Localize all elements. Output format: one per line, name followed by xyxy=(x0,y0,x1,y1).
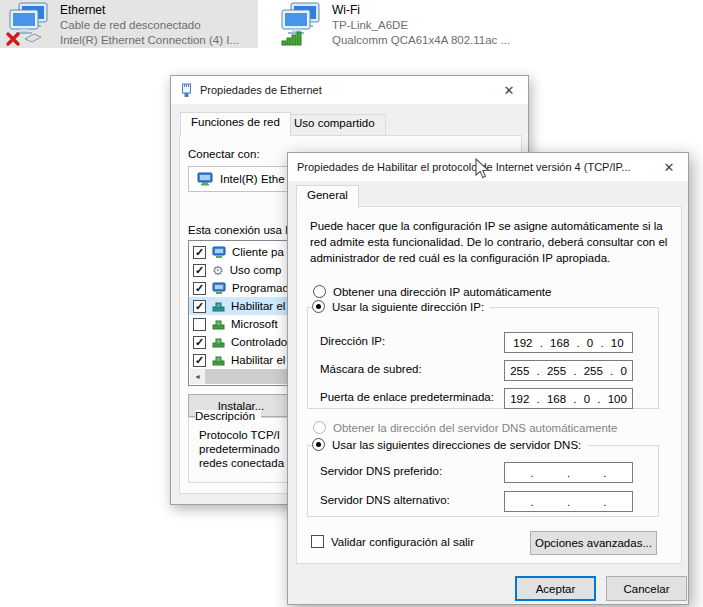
checkbox[interactable]: ✓ xyxy=(193,336,206,349)
tab-label: Uso compartido xyxy=(294,117,375,129)
radio-label: Usar la siguiente dirección IP: xyxy=(332,301,484,313)
field-value: . . . xyxy=(531,467,607,479)
network-adapter-wifi[interactable]: Wi-Fi TP-Link_A6DE Qualcomm QCA61x4A 802… xyxy=(272,0,534,48)
radio-use-ip[interactable]: Usar la siguiente dirección IP: xyxy=(312,300,490,313)
radio-label: Usar las siguientes direcciones de servi… xyxy=(332,439,581,451)
intro-line: red admite esta funcionalidad. De lo con… xyxy=(310,234,667,250)
adapter-name: Ethernet xyxy=(60,3,239,18)
item-label: Controlado xyxy=(231,336,287,348)
adapter-status: Cable de red desconectado xyxy=(60,18,239,33)
radio-use-dns[interactable]: Usar las siguientes direcciones de servi… xyxy=(312,438,587,451)
item-label: Habilitar el xyxy=(231,300,285,312)
preferred-dns-field[interactable]: . . . xyxy=(504,462,633,483)
network-adapter-ethernet[interactable]: Ethernet Cable de red desconectado Intel… xyxy=(0,0,258,48)
subnet-mask-field[interactable]: 255 . 255 . 255 . 0 xyxy=(504,360,633,381)
tcpip-properties-dialog: Propiedades de Habilitar el protocolo de… xyxy=(287,152,689,605)
protocol-icon xyxy=(212,318,225,330)
tcpip-dialog-titlebar: Propiedades de Habilitar el protocolo de… xyxy=(288,153,688,181)
close-icon[interactable]: ✕ xyxy=(490,76,528,104)
radio-icon[interactable] xyxy=(312,438,325,451)
dialog-title: Propiedades de Ethernet xyxy=(200,84,322,96)
dialog-title: Propiedades de Habilitar el protocolo de… xyxy=(297,161,631,173)
connection-uses-label: Esta conexión usa l xyxy=(188,224,288,236)
advanced-options-button[interactable]: Opciones avanzadas... xyxy=(530,531,657,555)
adapter-device: Qualcomm QCA61x4A 802.11ac ... xyxy=(332,33,510,48)
protocol-icon xyxy=(212,336,225,348)
monitor-icon xyxy=(212,246,226,259)
tab-funciones-de-red[interactable]: Funciones de red xyxy=(180,112,291,136)
connect-with-label: Conectar con: xyxy=(188,148,260,160)
alternate-dns-label: Servidor DNS alternativo: xyxy=(320,494,450,506)
field-value: 255 . 255 . 255 . 0 xyxy=(510,365,627,377)
tab-label: General xyxy=(307,189,348,201)
preferred-dns-label: Servidor DNS preferido: xyxy=(320,465,442,477)
tab-general[interactable]: General xyxy=(296,185,359,208)
adapter-status: TP-Link_A6DE xyxy=(332,18,510,33)
radio-icon[interactable] xyxy=(313,285,326,298)
intro-line: administrador de red cuál es la configur… xyxy=(310,250,667,266)
checkbox-label: Validar configuración al salir xyxy=(331,536,474,548)
tab-uso-compartido[interactable]: Uso compartido xyxy=(283,114,386,136)
item-label: Habilitar el xyxy=(231,354,285,366)
adapter-device: Intel(R) Ethernet Connection (4) I... xyxy=(60,33,239,48)
checkbox[interactable]: ✓ xyxy=(193,264,206,277)
gear-icon: ⚙ xyxy=(212,264,224,277)
subnet-mask-label: Máscara de subred: xyxy=(320,363,422,375)
checkbox[interactable] xyxy=(193,318,206,331)
adapter-name: Wi-Fi xyxy=(332,3,510,18)
validate-settings-checkbox[interactable]: Validar configuración al salir xyxy=(311,535,474,548)
field-value: . . . xyxy=(531,496,607,508)
radio-label: Obtener una dirección IP automáticamente xyxy=(333,286,551,298)
field-value: 192 . 168 . 0 . 100 xyxy=(510,393,627,405)
ip-address-field[interactable]: 192 . 168 . 0 . 10 xyxy=(504,332,633,353)
ethernet-dialog-titlebar: Propiedades de Ethernet ✕ xyxy=(171,76,528,104)
intro-line: Puede hacer que la configuración IP se a… xyxy=(310,218,667,234)
tcpip-dialog-page: Puede hacer que la configuración IP se a… xyxy=(296,206,682,564)
intro-text: Puede hacer que la configuración IP se a… xyxy=(310,218,667,266)
item-label: Programad xyxy=(232,282,289,294)
field-value: 192 . 168 . 0 . 10 xyxy=(513,337,623,349)
checkbox[interactable]: ✓ xyxy=(193,282,206,295)
ip-address-label: Dirección IP: xyxy=(320,335,385,347)
close-icon[interactable]: ✕ xyxy=(650,153,688,181)
checkbox[interactable]: ✓ xyxy=(193,354,206,367)
ethernet-plug-icon xyxy=(180,83,193,98)
gateway-label: Puerta de enlace predeterminada: xyxy=(320,391,494,403)
accept-button[interactable]: Aceptar xyxy=(515,576,596,601)
cancel-button[interactable]: Cancelar xyxy=(606,576,687,601)
checkbox-icon[interactable] xyxy=(311,535,324,548)
radio-icon xyxy=(313,421,326,434)
checkbox[interactable]: ✓ xyxy=(193,300,206,313)
description-title: Descripción xyxy=(195,410,255,422)
item-label: Microsoft xyxy=(231,318,278,330)
radio-obtain-ip-auto[interactable]: Obtener una dirección IP automáticamente xyxy=(313,285,551,298)
checkbox[interactable]: ✓ xyxy=(193,246,206,259)
protocol-icon xyxy=(212,354,225,366)
tab-label: Funciones de red xyxy=(191,116,280,128)
item-label: Uso comp xyxy=(230,264,282,276)
monitor-icon xyxy=(197,172,213,186)
radio-label: Obtener la dirección del servidor DNS au… xyxy=(333,422,617,434)
radio-icon[interactable] xyxy=(312,300,325,313)
radio-obtain-dns-auto: Obtener la dirección del servidor DNS au… xyxy=(313,421,617,434)
monitor-icon xyxy=(212,282,226,295)
protocol-icon xyxy=(212,300,225,312)
gateway-field[interactable]: 192 . 168 . 0 . 100 xyxy=(504,388,633,409)
connected-adapter-name: Intel(R) Ethe xyxy=(220,173,285,185)
static-dns-groupbox: Usar las siguientes direcciones de servi… xyxy=(307,445,659,517)
alternate-dns-field[interactable]: . . . xyxy=(504,491,633,512)
ethernet-adapter-icon xyxy=(4,2,52,50)
wifi-adapter-icon xyxy=(276,2,324,50)
item-label: Cliente pa xyxy=(232,246,284,258)
static-ip-groupbox: Usar la siguiente dirección IP: Direcció… xyxy=(307,307,659,409)
scroll-left-icon[interactable]: ◄ xyxy=(190,373,205,380)
